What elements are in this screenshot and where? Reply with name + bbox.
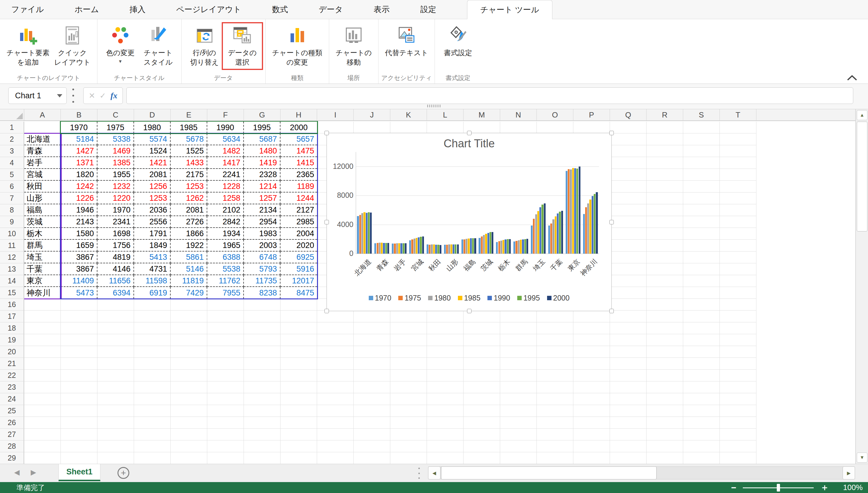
cell-value[interactable]: 5916 [281,263,317,275]
bar-1975-福島[interactable] [463,239,465,254]
bar-1990-群馬[interactable] [522,239,524,254]
bar-2000-神奈川[interactable] [596,192,598,254]
cell-prefecture-11[interactable]: 千葉 [24,263,61,275]
cell-value[interactable]: 2020 [281,240,317,252]
cell-value[interactable]: 1214 [244,181,281,192]
cell-prefecture-12[interactable]: 東京 [24,275,61,287]
bar-1985-東京[interactable] [572,168,574,254]
cell-prefecture-3[interactable]: 宮城 [24,169,61,181]
bar-1995-秋田[interactable] [437,245,439,254]
cell-prefecture-5[interactable]: 山形 [24,192,61,204]
bar-1970-宮城[interactable] [409,240,411,254]
cell-year-1980[interactable]: 1980 [134,122,171,133]
cell-value[interactable]: 2985 [281,216,317,228]
bar-1980-福島[interactable] [465,239,468,254]
cell-value[interactable]: 3867 [61,252,97,263]
cell-value[interactable]: 1419 [244,157,281,169]
vertical-scrollbar[interactable]: ▲ ▼ [855,109,868,464]
cell-value[interactable]: 1480 [244,145,281,157]
column-header-B[interactable]: B [61,109,97,121]
cell-value[interactable]: 6919 [134,287,171,299]
bar-1990-神奈川[interactable] [592,196,593,254]
chart-resize-handle[interactable] [324,220,329,224]
menu-tab-2[interactable]: 挿入 [130,0,146,19]
cell-value[interactable]: 1228 [207,181,244,192]
name-box[interactable]: Chart 1 [8,87,67,104]
bar-2000-栃木[interactable] [509,239,511,254]
legend-item-1995[interactable]: 1995 [517,294,540,302]
bar-2000-千葉[interactable] [561,211,563,254]
cell-value[interactable]: 1524 [134,145,171,157]
row-header-16[interactable]: 16 [0,299,24,310]
row-header-25[interactable]: 25 [0,405,24,417]
cell-value[interactable]: 1934 [207,228,244,240]
column-header-T[interactable]: T [720,109,756,121]
scroll-left-icon[interactable]: ◀ [428,467,440,479]
bar-1990-青森[interactable] [383,243,385,254]
bar-1970-茨城[interactable] [479,238,480,254]
bar-2000-群馬[interactable] [526,239,528,254]
row-header-29[interactable]: 29 [0,452,24,464]
cell-value[interactable]: 1226 [61,192,97,204]
vertical-scrollbar-thumb[interactable] [857,122,867,232]
bar-1975-栃木[interactable] [498,241,500,254]
chart-resize-handle[interactable] [609,220,614,224]
cell-prefecture-2[interactable]: 岩手 [24,157,61,169]
cell-value[interactable]: 2127 [281,204,317,216]
cell-value[interactable]: 2341 [97,216,134,228]
cell-value[interactable]: 2328 [244,169,281,181]
bar-1970-埼玉[interactable] [531,226,533,254]
name-box-dropdown-icon[interactable] [57,94,62,98]
cell-value[interactable]: 11409 [61,275,97,287]
cell-value[interactable]: 2004 [281,228,317,240]
cell-value[interactable]: 1965 [207,240,244,252]
cell-prefecture-13[interactable]: 神奈川 [24,287,61,299]
zoom-in-icon[interactable]: ＋ [820,481,829,493]
menu-tab-6[interactable]: 表示 [374,0,390,19]
row-header-8[interactable]: 8 [0,204,24,216]
row-header-3[interactable]: 3 [0,145,24,157]
bar-1970-秋田[interactable] [427,244,428,254]
cell-value[interactable]: 1866 [171,228,207,240]
cell-value[interactable]: 2954 [244,216,281,228]
legend-item-1970[interactable]: 1970 [369,294,391,302]
cell-value[interactable]: 1970 [97,204,134,216]
bar-2000-岩手[interactable] [405,243,407,254]
cell-value[interactable]: 2556 [134,216,171,228]
bar-1975-神奈川[interactable] [585,207,587,254]
add-sheet-button[interactable]: + [117,467,129,479]
cell-value[interactable]: 1946 [61,204,97,216]
cell-value[interactable]: 5538 [207,263,244,275]
cell-value[interactable]: 5574 [134,133,171,145]
sheet-tab-sheet1[interactable]: Sheet1 [59,464,101,481]
row-header-12[interactable]: 12 [0,252,24,263]
bar-1985-栃木[interactable] [502,240,504,254]
cell-value[interactable]: 11598 [134,275,171,287]
bar-1980-千葉[interactable] [552,219,554,254]
cell-value[interactable]: 1469 [97,145,134,157]
bar-1995-東京[interactable] [576,169,578,254]
next-sheet-icon[interactable]: ▶ [31,468,36,476]
bar-1990-栃木[interactable] [504,239,506,254]
column-header-G[interactable]: G [244,109,281,121]
column-header-A[interactable]: A [24,109,61,121]
cell-year-2000[interactable]: 2000 [281,122,317,133]
bar-1970-千葉[interactable] [548,226,550,254]
switch-row-column-button[interactable]: 行/列の切り替え [186,24,223,68]
horizontal-scrollbar-thumb[interactable] [441,467,657,479]
bar-1980-北海道[interactable] [361,213,363,254]
zoom-out-icon[interactable]: − [731,483,736,493]
column-header-F[interactable]: F [207,109,244,121]
bar-1970-岩手[interactable] [392,243,394,254]
legend-item-2000[interactable]: 2000 [547,294,570,302]
bar-2000-東京[interactable] [579,167,581,254]
cell-value[interactable]: 2365 [281,169,317,181]
cell-year-1990[interactable]: 1990 [207,122,244,133]
bar-1985-宮城[interactable] [416,238,417,254]
cell-value[interactable]: 5861 [171,252,207,263]
bar-1975-埼玉[interactable] [533,219,535,254]
insert-function-icon[interactable]: fx [110,91,117,100]
alt-text-button[interactable]: 代替テキスト [383,24,431,59]
row-header-14[interactable]: 14 [0,275,24,287]
cell-year-1975[interactable]: 1975 [97,122,134,133]
